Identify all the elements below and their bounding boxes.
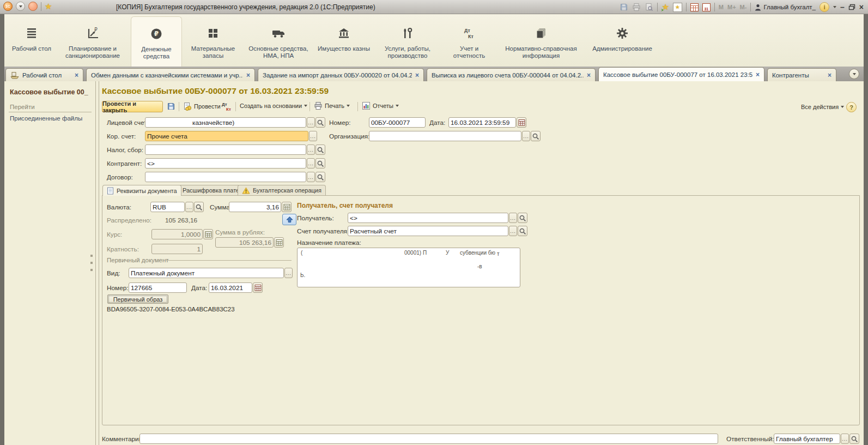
corr-account-input[interactable] bbox=[145, 131, 308, 141]
organization-label: Организация: bbox=[329, 133, 369, 140]
contract-input[interactable] bbox=[145, 172, 306, 182]
print-button[interactable]: Печать bbox=[314, 101, 350, 110]
tab-label: Обмен данными с казначейскими системами … bbox=[91, 72, 243, 79]
all-actions-button[interactable]: Все действия bbox=[801, 104, 844, 110]
tab-desktop[interactable]: Рабочий стол × bbox=[5, 68, 83, 81]
memory-m-minus-button[interactable]: M- bbox=[740, 4, 747, 10]
personal-account-search-button[interactable] bbox=[315, 117, 325, 128]
section-planning[interactable]: ₽ Планирование и санкционирование bbox=[58, 14, 128, 67]
save-icon[interactable] bbox=[620, 3, 628, 11]
planning-chart-icon: ₽ bbox=[86, 26, 99, 40]
tab-counterparties[interactable]: Контрагенты × bbox=[767, 68, 836, 81]
minimize-button[interactable]: – bbox=[840, 3, 845, 11]
debit-credit-button[interactable]: ДтКт bbox=[221, 101, 232, 111]
calculator-icon[interactable] bbox=[690, 3, 699, 11]
tab-treasury-exchange[interactable]: Обмен данными с казначейскими системами … bbox=[86, 68, 255, 81]
responsible-search-button[interactable] bbox=[849, 434, 859, 444]
restore-button[interactable] bbox=[848, 4, 855, 10]
svg-text:Кт: Кт bbox=[226, 107, 231, 111]
section-administration[interactable]: Администрирование bbox=[587, 14, 657, 67]
chevron-down-icon bbox=[347, 105, 350, 107]
comment-input[interactable] bbox=[139, 434, 718, 444]
print-preview-icon[interactable] bbox=[645, 3, 653, 11]
favorites-list-icon[interactable]: ★ bbox=[673, 3, 682, 12]
close-icon[interactable]: × bbox=[75, 72, 78, 79]
section-money[interactable]: ₽ Денежные средства bbox=[131, 16, 182, 67]
contract-label: Договор: bbox=[107, 173, 133, 181]
close-icon[interactable]: × bbox=[587, 72, 591, 79]
calendar-icon[interactable]: 31 bbox=[702, 3, 711, 11]
close-icon[interactable]: × bbox=[246, 72, 250, 79]
tab-cash-disposal[interactable]: Кассовое выбытие 00БУ-000077 от 16.03.20… bbox=[598, 67, 764, 81]
responsible-input[interactable] bbox=[774, 434, 840, 444]
svg-text:₽: ₽ bbox=[94, 27, 98, 32]
section-label: Нормативно-справочная информация bbox=[498, 45, 584, 59]
post-and-close-button[interactable]: Провести и закрыть bbox=[102, 101, 163, 112]
bank-icon bbox=[337, 26, 350, 40]
tax-search-button[interactable] bbox=[315, 145, 325, 155]
reports-button[interactable]: Отчеты bbox=[362, 101, 399, 110]
chevron-down-icon bbox=[396, 105, 399, 107]
counterparty-input[interactable] bbox=[145, 158, 306, 169]
sidebar-link-attached-files[interactable]: Присоединенные файлы bbox=[10, 115, 82, 122]
1c-logo-icon[interactable]: 1С bbox=[3, 2, 13, 11]
close-icon[interactable]: × bbox=[828, 72, 831, 79]
save-button[interactable] bbox=[167, 102, 175, 111]
tab-account-statement[interactable]: Выписка из лицевого счета 00БУ-000044 от… bbox=[427, 68, 596, 81]
splitter-handle[interactable] bbox=[90, 262, 93, 264]
splitter-handle[interactable] bbox=[90, 255, 93, 257]
tax-input[interactable] bbox=[145, 145, 306, 155]
print-icon[interactable] bbox=[632, 3, 641, 11]
personal-account-input[interactable] bbox=[145, 117, 306, 128]
splitter-handle[interactable] bbox=[90, 269, 93, 271]
tab-list-dropdown-button[interactable] bbox=[849, 69, 859, 79]
memory-m-plus-button[interactable]: M+ bbox=[727, 4, 736, 10]
section-treasury-property[interactable]: Имущество казны bbox=[316, 14, 372, 67]
create-based-on-button[interactable]: Создать на основании bbox=[240, 103, 307, 109]
current-user-button[interactable]: Главный бухгалт_ bbox=[755, 4, 816, 11]
personal-account-select-button[interactable]: ... bbox=[307, 117, 315, 128]
quick-access-button[interactable] bbox=[28, 2, 38, 11]
close-icon[interactable]: × bbox=[415, 72, 419, 79]
person-icon bbox=[755, 4, 761, 11]
tab-document-requisites[interactable]: Реквизиты документа bbox=[102, 185, 181, 196]
responsible-select-button[interactable]: ... bbox=[841, 434, 849, 444]
separator bbox=[309, 102, 310, 111]
splitter-line[interactable] bbox=[99, 81, 99, 445]
date-calendar-button[interactable] bbox=[517, 117, 526, 128]
document-tab-bar: Рабочий стол × Обмен данными с казначейс… bbox=[4, 67, 864, 81]
help-button[interactable]: ? bbox=[846, 102, 857, 112]
section-desktop[interactable]: Рабочий стол bbox=[9, 14, 54, 67]
section-inventory[interactable]: Материальные запасы bbox=[185, 14, 241, 67]
counterparty-select-button[interactable]: ... bbox=[307, 158, 315, 169]
section-accounting[interactable]: ДтКт Учет и отчетность bbox=[444, 14, 495, 67]
warning-icon bbox=[242, 187, 250, 194]
tab-accounting-operation[interactable]: Бухгалтерская операция bbox=[238, 185, 326, 195]
organization-select-button[interactable]: ... bbox=[522, 131, 530, 141]
info-icon[interactable]: i bbox=[820, 2, 829, 12]
info-dropdown-icon[interactable] bbox=[833, 6, 836, 8]
organization-input[interactable] bbox=[369, 131, 521, 141]
counterparty-search-button[interactable] bbox=[315, 158, 325, 169]
comment-label: Комментарий: bbox=[102, 435, 144, 443]
section-fixed-assets[interactable]: Основные средства, НМА, НПА bbox=[244, 14, 313, 67]
section-services[interactable]: Услуги, работы, производство bbox=[375, 14, 440, 67]
splitter-line[interactable] bbox=[95, 81, 96, 445]
post-label: Провести bbox=[194, 103, 221, 110]
corr-account-select-button[interactable]: ... bbox=[309, 131, 317, 141]
close-icon[interactable]: × bbox=[756, 71, 760, 78]
tax-select-button[interactable]: ... bbox=[307, 145, 315, 155]
main-menu-button[interactable] bbox=[16, 2, 25, 11]
memory-m-button[interactable]: M bbox=[719, 4, 724, 10]
section-reference-info[interactable]: Нормативно-справочная информация bbox=[498, 14, 584, 67]
contract-search-button[interactable] bbox=[315, 172, 325, 182]
add-favorite-icon[interactable]: ★ bbox=[661, 2, 669, 12]
organization-search-button[interactable] bbox=[531, 131, 541, 141]
date-input[interactable] bbox=[448, 117, 516, 128]
post-button[interactable]: Провести bbox=[183, 102, 221, 111]
close-button[interactable]: × bbox=[859, 3, 864, 11]
contract-select-button[interactable]: ... bbox=[307, 172, 315, 182]
favorites-star-icon[interactable]: ★ bbox=[45, 2, 52, 10]
number-input[interactable] bbox=[369, 117, 426, 128]
tab-import-task[interactable]: Задание на импорт данных 00БУ-000020 от … bbox=[258, 68, 424, 81]
